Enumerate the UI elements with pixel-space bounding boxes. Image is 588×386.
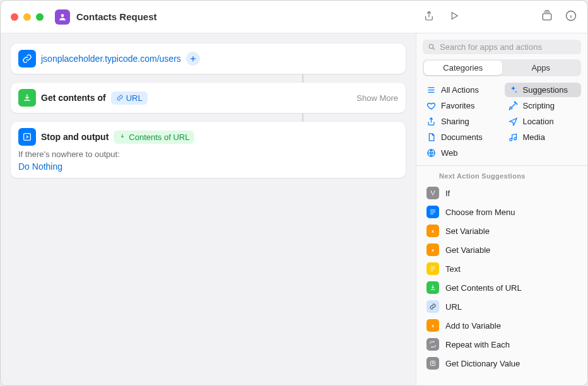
contents-token[interactable]: Contents of URL: [114, 131, 194, 144]
svg-point-4: [429, 44, 433, 49]
suggestion-item[interactable]: xAdd to Variable: [416, 316, 587, 335]
download-icon: [426, 281, 439, 294]
suggestion-item[interactable]: URL: [416, 297, 587, 316]
url-value[interactable]: jsonplaceholder.typicode.com/users: [41, 54, 181, 64]
suggestion-label: Repeat with Each: [445, 340, 510, 349]
suggestion-label: Get Dictionary Value: [445, 359, 520, 368]
cat-documents[interactable]: Documents: [423, 130, 500, 144]
info-icon[interactable]: [565, 9, 577, 24]
cat-favorites[interactable]: Favorites: [423, 98, 500, 113]
toolbar-right: [423, 10, 460, 23]
suggestion-item[interactable]: xSet Variable: [416, 221, 587, 240]
link-icon: [18, 50, 36, 67]
action-label: Get contents of: [41, 93, 106, 103]
suggestion-label: Add to Variable: [445, 321, 501, 330]
cat-scripting[interactable]: Scripting: [505, 98, 582, 113]
svg-rect-1: [543, 14, 551, 20]
minimize-button[interactable]: [23, 13, 31, 21]
svg-rect-3: [24, 134, 31, 141]
share-icon[interactable]: [423, 10, 435, 23]
show-more-button[interactable]: Show More: [356, 93, 398, 103]
category-grid: All Actions Suggestions Favorites Script…: [416, 83, 587, 160]
suggestion-label: Set Variable: [445, 226, 490, 236]
token-label: Contents of URL: [129, 132, 189, 142]
action-label: Stop and output: [41, 132, 109, 142]
repeat-icon: [426, 338, 439, 351]
actions-sidebar: Categories Apps All Actions Suggestions …: [416, 33, 587, 385]
x-icon: x: [426, 243, 439, 256]
svg-text:x: x: [432, 248, 434, 252]
dict-icon: [426, 357, 439, 370]
search-input[interactable]: [440, 42, 576, 52]
maximize-button[interactable]: [36, 13, 44, 21]
tab-apps[interactable]: Apps: [502, 61, 580, 75]
window-title: Contacts Request: [76, 11, 423, 22]
app-window: Contacts Request: [0, 0, 588, 386]
svg-text:x: x: [432, 324, 434, 328]
search-box[interactable]: [423, 40, 581, 54]
suggestion-item[interactable]: Repeat with Each: [416, 335, 587, 354]
cat-sharing[interactable]: Sharing: [423, 114, 500, 129]
url-token[interactable]: URL: [111, 91, 148, 105]
suggestion-label: Get Contents of URL: [445, 283, 522, 293]
suggestion-item[interactable]: Get Contents of URL: [416, 278, 587, 297]
titlebar: Contacts Request: [1, 1, 587, 33]
traffic-lights: [11, 13, 44, 21]
x-icon: x: [426, 225, 439, 237]
suggestion-item[interactable]: Choose from Menu: [416, 202, 587, 221]
action-url[interactable]: jsonplaceholder.typicode.com/users: [11, 44, 406, 74]
branch-icon: [426, 187, 439, 199]
svg-text:x: x: [432, 229, 434, 233]
action-stop-output[interactable]: Stop and output Contents of URL If there…: [11, 122, 406, 178]
suggestion-item[interactable]: Text: [416, 259, 587, 278]
suggestion-label: Choose from Menu: [445, 208, 515, 217]
close-button[interactable]: [11, 13, 18, 21]
suggestion-label: If: [445, 189, 450, 198]
cat-web[interactable]: Web: [423, 146, 500, 160]
suggestions-heading: Next Action Suggestions: [416, 166, 587, 184]
suggestion-label: Get Variable: [445, 245, 490, 255]
token-label: URL: [126, 93, 143, 103]
output-icon: [18, 128, 36, 146]
cat-all-actions[interactable]: All Actions: [423, 83, 500, 97]
menu-icon: [426, 206, 439, 218]
sidebar-toolbar: [541, 9, 577, 24]
workflow-canvas[interactable]: jsonplaceholder.typicode.com/users Get c…: [1, 33, 416, 385]
suggestion-label: URL: [445, 302, 462, 312]
svg-point-0: [61, 14, 64, 17]
text-icon: [426, 262, 439, 275]
suggestion-item[interactable]: xGet Variable: [416, 240, 587, 259]
segmented-control[interactable]: Categories Apps: [423, 59, 581, 76]
cat-location[interactable]: Location: [505, 114, 582, 129]
download-icon: [18, 89, 36, 107]
cat-suggestions[interactable]: Suggestions: [505, 83, 582, 97]
action-get-contents[interactable]: Get contents of URL Show More: [11, 83, 406, 113]
suggestion-item[interactable]: Get Dictionary Value: [416, 354, 587, 373]
search-icon: [428, 43, 436, 51]
add-url-button[interactable]: [186, 52, 200, 66]
fallback-label: If there's nowhere to output:: [18, 149, 398, 159]
library-icon[interactable]: [541, 9, 553, 24]
flow-connector: [302, 74, 303, 83]
suggestion-item[interactable]: If: [416, 184, 587, 202]
x-icon: x: [426, 319, 439, 332]
cat-media[interactable]: Media: [505, 130, 582, 144]
suggestion-label: Text: [445, 264, 461, 274]
flow-connector: [302, 113, 303, 122]
fallback-value[interactable]: Do Nothing: [18, 161, 62, 172]
suggestions-list: IfChoose from MenuxSet VariablexGet Vari…: [416, 184, 587, 385]
shortcut-color-icon: [55, 9, 70, 25]
run-icon[interactable]: [449, 10, 460, 23]
window-body: jsonplaceholder.typicode.com/users Get c…: [1, 33, 587, 385]
link-icon: [426, 300, 439, 313]
tab-categories[interactable]: Categories: [424, 61, 502, 75]
